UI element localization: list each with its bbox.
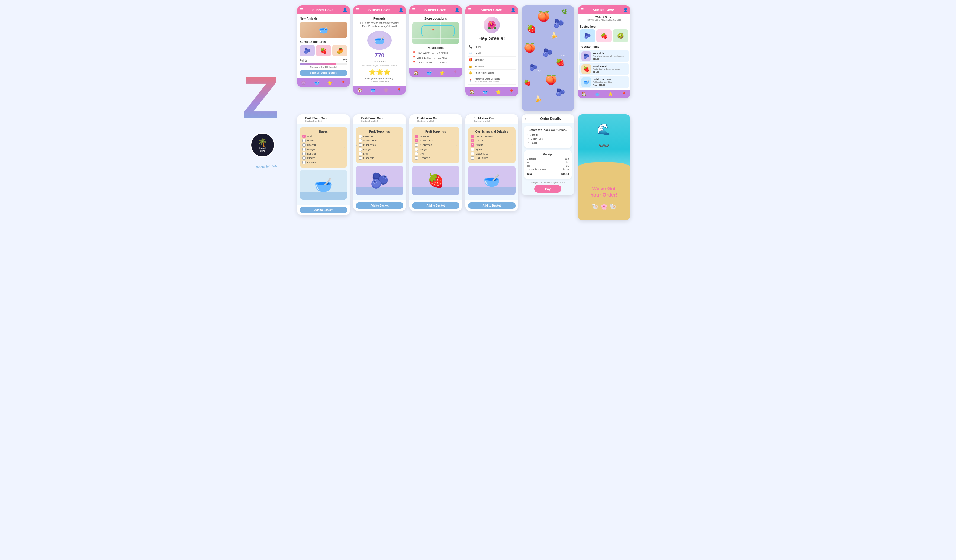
fruit1-strawberries[interactable]: Strawberries — [358, 139, 401, 142]
fruit2-mango[interactable]: Mango — [415, 148, 457, 151]
garnish-goji[interactable]: Goji Berries — [471, 156, 513, 160]
garnish-coconut-checkbox[interactable]: ✓ — [471, 135, 474, 138]
bs-thumb-1[interactable]: 🫐 — [580, 29, 595, 42]
fruit1-mango-checkbox[interactable] — [358, 148, 362, 151]
thumb-pink[interactable]: 🍓 — [316, 45, 331, 57]
garnish-granola-checkbox[interactable]: ✓ — [471, 139, 474, 142]
profile-nav-star[interactable]: ⭐ — [495, 89, 501, 94]
fruit2-strawberries-checkbox[interactable]: ✓ — [415, 139, 418, 142]
fruit2-bananas-checkbox[interactable]: ✓ — [415, 135, 418, 138]
locations-nav-pin[interactable]: 📍 — [453, 70, 458, 76]
profile-store-item[interactable]: 📍 Preferred Store LocationWalnut Street,… — [468, 76, 516, 85]
garnish-cacao[interactable]: Cacao Nibs — [471, 152, 513, 155]
thumb-orange[interactable]: 🥭 — [332, 45, 347, 57]
profile-nav-bowl[interactable]: 🥣 — [483, 89, 488, 94]
byo-fruit2-back-btn[interactable]: ← — [412, 117, 416, 122]
garnish-nutella[interactable]: ✓ Nutella — [471, 143, 513, 147]
base-pitaya[interactable]: Pitaya — [302, 139, 344, 142]
paper-chevron-icon[interactable]: ✓ — [527, 141, 529, 144]
bs-thumb-3[interactable]: 🥝 — [613, 29, 628, 42]
fruit1-kiwi[interactable]: Kiwi — [358, 152, 401, 155]
fruit1-blueberries-checkbox[interactable] — [358, 143, 362, 147]
bs-nav-home[interactable]: 🏠 — [582, 92, 586, 96]
rewards-nav-bowl[interactable]: 🥣 — [370, 88, 376, 93]
allergy-chevron-icon[interactable]: ✓ — [527, 133, 529, 136]
rewards-nav-star[interactable]: ⭐ — [383, 88, 389, 93]
garnish-goji-checkbox[interactable] — [471, 156, 474, 160]
base-mango[interactable]: Mango — [302, 148, 344, 151]
popular-item-byo[interactable]: 🥣 Build Your Own Put together anything F… — [579, 76, 629, 88]
byo-garnish-back-btn[interactable]: ← — [468, 117, 472, 122]
base-oatmeal-checkbox[interactable] — [302, 161, 306, 164]
order-allergy-item[interactable]: ✓ Allergy — [527, 133, 569, 136]
bs-nav-bowl[interactable]: 🥣 — [595, 92, 599, 96]
garnish-cacao-checkbox[interactable] — [471, 152, 474, 155]
fruit1-mango[interactable]: Mango — [358, 148, 401, 151]
popular-item-nutella[interactable]: 🍓 Nutella Acai Acai with strawberry, ban… — [579, 63, 629, 76]
locations-nav-bowl[interactable]: 🥣 — [426, 70, 432, 76]
location-item-2[interactable]: 📍 236 S 11th . . . . . . . 1.9 Miles — [412, 56, 459, 60]
profile-hamburger-icon[interactable]: ☰ — [468, 8, 472, 12]
rewards-nav-home[interactable]: 🏠 — [357, 88, 362, 93]
pay-button[interactable]: Pay — [534, 185, 561, 193]
fruit1-blueberries[interactable]: Blueberries — [358, 143, 401, 147]
type-chevron-icon[interactable]: ✓ — [527, 137, 529, 140]
fruit1-bananas-checkbox[interactable] — [358, 135, 362, 138]
fruit2-blueberries-checkbox[interactable] — [415, 143, 418, 147]
user-icon[interactable]: 👤 — [343, 8, 347, 12]
fruit1-add-basket-btn[interactable]: Add to Basket — [356, 203, 403, 209]
bs-thumb-2[interactable]: 🍓 — [596, 29, 612, 42]
byo-bases-back-btn[interactable]: ← — [300, 117, 303, 122]
fruit1-kiwi-checkbox[interactable] — [358, 152, 362, 155]
base-acai-checkbox[interactable]: ✓ — [302, 135, 306, 138]
location-item-3[interactable]: 📍 1804 Chestnut . . . . 2.6 Miles — [412, 61, 459, 64]
base-greens[interactable]: Greens — [302, 156, 344, 160]
base-acai[interactable]: ✓ Acai — [302, 135, 344, 138]
fruit2-pineapple[interactable]: Pineapple — [415, 156, 457, 160]
base-coconut-checkbox[interactable] — [302, 143, 306, 147]
garnish-nutella-checkbox[interactable]: ✓ — [471, 143, 474, 147]
fruit2-mango-checkbox[interactable] — [415, 148, 418, 151]
rewards-hamburger-icon[interactable]: ☰ — [356, 8, 359, 12]
fruit2-strawberries[interactable]: ✓ Strawberries — [415, 139, 457, 142]
popular-item-pura-vida[interactable]: 🫐 Pura Vida Playa Acai topped with blueb… — [579, 50, 629, 62]
garnish-granola[interactable]: ✓ Granola — [471, 139, 513, 142]
fruit1-pineapple[interactable]: Pineapple — [358, 156, 401, 160]
base-coconut[interactable]: Coconut — [302, 143, 344, 147]
locations-nav-star[interactable]: ⭐ — [439, 70, 445, 76]
fruit2-pineapple-checkbox[interactable] — [415, 156, 418, 160]
garnish-agave[interactable]: Agave — [471, 148, 513, 151]
bases-add-basket-btn[interactable]: Add to Basket — [300, 207, 347, 213]
base-greens-checkbox[interactable] — [302, 156, 306, 160]
nav-home-icon[interactable]: 🏠 — [301, 80, 306, 85]
rewards-user-icon[interactable]: 👤 — [399, 8, 403, 12]
locations-nav-home[interactable]: 🏠 — [413, 70, 418, 76]
profile-user-icon[interactable]: 👤 — [511, 8, 516, 12]
fruit1-pineapple-checkbox[interactable] — [358, 156, 362, 160]
profile-birthday-item[interactable]: 🎁 Birthday — [468, 57, 516, 63]
profile-phone-item[interactable]: 📞 Phone — [468, 44, 516, 50]
profile-email-item[interactable]: ✉️ Email — [468, 50, 516, 57]
fruit1-strawberries-checkbox[interactable] — [358, 139, 362, 142]
base-pitaya-checkbox[interactable] — [302, 139, 306, 142]
garnish-agave-checkbox[interactable] — [471, 148, 474, 151]
profile-nav-pin[interactable]: 📍 — [509, 89, 514, 94]
rewards-nav-pin[interactable]: 📍 — [396, 88, 402, 93]
bestsellers-user-icon[interactable]: 👤 — [623, 8, 628, 12]
fruit2-bananas[interactable]: ✓ Bananas — [415, 135, 457, 138]
nav-bowl-icon[interactable]: 🥣 — [314, 80, 319, 85]
fruit2-kiwi-checkbox[interactable] — [415, 152, 418, 155]
base-banana[interactable]: Banana — [302, 152, 344, 155]
order-back-btn[interactable]: ← — [524, 116, 528, 121]
base-banana-checkbox[interactable] — [302, 152, 306, 155]
order-type-item[interactable]: ✓ Order Type — [527, 137, 569, 140]
bs-nav-pin[interactable]: 📍 — [621, 92, 626, 96]
location-item-1[interactable]: 📍 4034 Walnut . . . . . . 0.7 Miles — [412, 51, 459, 55]
profile-nav-home[interactable]: 🏠 — [469, 89, 475, 94]
garnish-add-basket-btn[interactable]: Add to Basket — [468, 203, 516, 209]
thumb-purple[interactable]: 🫐 — [300, 45, 315, 57]
scan-qr-button[interactable]: Scan QR Code in Store — [300, 70, 347, 76]
profile-password-item[interactable]: 🔒 Password — [468, 63, 516, 70]
locations-user-icon[interactable]: 👤 — [455, 8, 459, 12]
bestsellers-hamburger-icon[interactable]: ☰ — [580, 8, 584, 12]
